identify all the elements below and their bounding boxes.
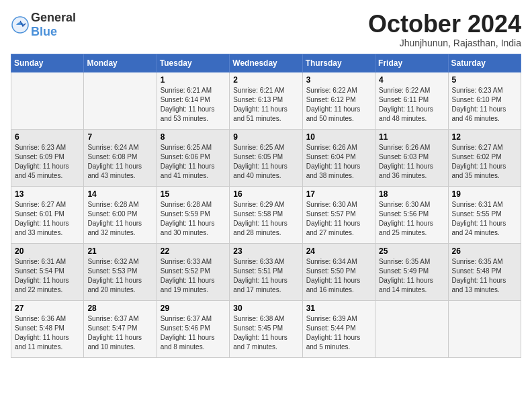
day-cell: 5Sunrise: 6:23 AM Sunset: 6:10 PM Daylig…: [448, 72, 521, 129]
day-cell: 28Sunrise: 6:37 AM Sunset: 5:47 PM Dayli…: [84, 300, 157, 357]
day-number: 13: [15, 189, 80, 199]
logo-text: General Blue: [31, 11, 76, 39]
day-number: 14: [87, 189, 152, 199]
day-number: 28: [87, 304, 152, 313]
day-number: 22: [161, 246, 226, 256]
day-number: 12: [452, 132, 517, 142]
day-info: Sunrise: 6:21 AM Sunset: 6:14 PM Dayligh…: [161, 86, 226, 124]
day-cell: 18Sunrise: 6:30 AM Sunset: 5:56 PM Dayli…: [375, 186, 448, 243]
day-cell: 9Sunrise: 6:25 AM Sunset: 6:05 PM Daylig…: [230, 129, 302, 186]
day-number: 5: [452, 75, 517, 85]
calendar-table: SundayMondayTuesdayWednesdayThursdayFrid…: [11, 54, 521, 358]
header-cell-tuesday: Tuesday: [157, 54, 229, 72]
day-number: 31: [306, 304, 371, 313]
day-info: Sunrise: 6:38 AM Sunset: 5:45 PM Dayligh…: [233, 314, 298, 352]
day-info: Sunrise: 6:22 AM Sunset: 6:12 PM Dayligh…: [306, 86, 371, 124]
day-info: Sunrise: 6:37 AM Sunset: 5:47 PM Dayligh…: [87, 314, 152, 352]
day-cell: 21Sunrise: 6:32 AM Sunset: 5:53 PM Dayli…: [84, 243, 157, 300]
day-cell: 24Sunrise: 6:34 AM Sunset: 5:50 PM Dayli…: [302, 243, 375, 300]
day-number: 25: [379, 246, 444, 256]
day-cell: 10Sunrise: 6:26 AM Sunset: 6:04 PM Dayli…: [302, 129, 375, 186]
logo-blue: Blue: [31, 25, 57, 38]
day-info: Sunrise: 6:26 AM Sunset: 6:04 PM Dayligh…: [306, 143, 371, 181]
day-info: Sunrise: 6:28 AM Sunset: 6:00 PM Dayligh…: [87, 200, 152, 238]
day-cell: 29Sunrise: 6:37 AM Sunset: 5:46 PM Dayli…: [157, 300, 229, 357]
calendar-header: SundayMondayTuesdayWednesdayThursdayFrid…: [11, 54, 521, 72]
day-info: Sunrise: 6:28 AM Sunset: 5:59 PM Dayligh…: [161, 200, 226, 238]
day-cell: 15Sunrise: 6:28 AM Sunset: 5:59 PM Dayli…: [157, 186, 229, 243]
day-info: Sunrise: 6:22 AM Sunset: 6:11 PM Dayligh…: [379, 86, 444, 124]
day-cell: 6Sunrise: 6:23 AM Sunset: 6:09 PM Daylig…: [11, 129, 84, 186]
day-number: 30: [233, 304, 298, 313]
day-cell: 27Sunrise: 6:36 AM Sunset: 5:48 PM Dayli…: [11, 300, 84, 357]
day-info: Sunrise: 6:33 AM Sunset: 5:52 PM Dayligh…: [161, 257, 226, 295]
day-cell: 16Sunrise: 6:29 AM Sunset: 5:58 PM Dayli…: [230, 186, 302, 243]
day-number: 6: [15, 132, 80, 142]
day-info: Sunrise: 6:35 AM Sunset: 5:48 PM Dayligh…: [452, 257, 517, 295]
week-row-3: 13Sunrise: 6:27 AM Sunset: 6:01 PM Dayli…: [11, 186, 521, 243]
day-cell: 4Sunrise: 6:22 AM Sunset: 6:11 PM Daylig…: [375, 72, 448, 129]
day-cell: 25Sunrise: 6:35 AM Sunset: 5:49 PM Dayli…: [375, 243, 448, 300]
day-cell: 17Sunrise: 6:30 AM Sunset: 5:57 PM Dayli…: [302, 186, 375, 243]
day-number: 4: [379, 75, 444, 85]
day-cell: 14Sunrise: 6:28 AM Sunset: 6:00 PM Dayli…: [84, 186, 157, 243]
day-cell: 8Sunrise: 6:25 AM Sunset: 6:06 PM Daylig…: [157, 129, 229, 186]
day-cell: 1Sunrise: 6:21 AM Sunset: 6:14 PM Daylig…: [157, 72, 229, 129]
day-number: 16: [233, 189, 298, 199]
day-number: 26: [452, 246, 517, 256]
header-cell-friday: Friday: [375, 54, 448, 72]
day-number: 10: [306, 132, 371, 142]
day-number: 17: [306, 189, 371, 199]
day-number: 23: [233, 246, 298, 256]
header-row: SundayMondayTuesdayWednesdayThursdayFrid…: [11, 54, 521, 72]
day-info: Sunrise: 6:30 AM Sunset: 5:56 PM Dayligh…: [379, 200, 444, 238]
day-info: Sunrise: 6:31 AM Sunset: 5:54 PM Dayligh…: [15, 257, 80, 295]
location-subtitle: Jhunjhunun, Rajasthan, India: [368, 38, 521, 48]
month-title: October 2024: [368, 11, 521, 38]
day-cell: 12Sunrise: 6:27 AM Sunset: 6:02 PM Dayli…: [448, 129, 521, 186]
day-cell: 22Sunrise: 6:33 AM Sunset: 5:52 PM Dayli…: [157, 243, 229, 300]
day-cell: [375, 300, 448, 357]
day-number: 9: [233, 132, 298, 142]
day-number: 1: [161, 75, 226, 85]
day-cell: [11, 72, 84, 129]
day-cell: [84, 72, 157, 129]
day-number: 8: [161, 132, 226, 142]
day-number: 29: [161, 304, 226, 313]
day-cell: [448, 300, 521, 357]
day-info: Sunrise: 6:32 AM Sunset: 5:53 PM Dayligh…: [87, 257, 152, 295]
day-cell: 20Sunrise: 6:31 AM Sunset: 5:54 PM Dayli…: [11, 243, 84, 300]
day-info: Sunrise: 6:27 AM Sunset: 6:01 PM Dayligh…: [15, 200, 80, 238]
day-cell: 31Sunrise: 6:39 AM Sunset: 5:44 PM Dayli…: [302, 300, 375, 357]
day-cell: 3Sunrise: 6:22 AM Sunset: 6:12 PM Daylig…: [302, 72, 375, 129]
week-row-1: 1Sunrise: 6:21 AM Sunset: 6:14 PM Daylig…: [11, 72, 521, 129]
header-cell-monday: Monday: [84, 54, 157, 72]
day-info: Sunrise: 6:26 AM Sunset: 6:03 PM Dayligh…: [379, 143, 444, 181]
header-cell-sunday: Sunday: [11, 54, 84, 72]
day-info: Sunrise: 6:35 AM Sunset: 5:49 PM Dayligh…: [379, 257, 444, 295]
day-number: 19: [452, 189, 517, 199]
day-info: Sunrise: 6:21 AM Sunset: 6:13 PM Dayligh…: [233, 86, 298, 124]
day-info: Sunrise: 6:24 AM Sunset: 6:08 PM Dayligh…: [87, 143, 152, 181]
header-cell-wednesday: Wednesday: [230, 54, 302, 72]
day-number: 11: [379, 132, 444, 142]
day-number: 7: [87, 132, 152, 142]
day-cell: 30Sunrise: 6:38 AM Sunset: 5:45 PM Dayli…: [230, 300, 302, 357]
day-info: Sunrise: 6:30 AM Sunset: 5:57 PM Dayligh…: [306, 200, 371, 238]
day-info: Sunrise: 6:31 AM Sunset: 5:55 PM Dayligh…: [452, 200, 517, 238]
day-number: 18: [379, 189, 444, 199]
day-number: 3: [306, 75, 371, 85]
day-info: Sunrise: 6:37 AM Sunset: 5:46 PM Dayligh…: [161, 314, 226, 352]
week-row-4: 20Sunrise: 6:31 AM Sunset: 5:54 PM Dayli…: [11, 243, 521, 300]
day-info: Sunrise: 6:29 AM Sunset: 5:58 PM Dayligh…: [233, 200, 298, 238]
day-cell: 7Sunrise: 6:24 AM Sunset: 6:08 PM Daylig…: [84, 129, 157, 186]
week-row-5: 27Sunrise: 6:36 AM Sunset: 5:48 PM Dayli…: [11, 300, 521, 357]
day-info: Sunrise: 6:23 AM Sunset: 6:10 PM Dayligh…: [452, 86, 517, 124]
day-number: 24: [306, 246, 371, 256]
logo-icon: [11, 15, 30, 34]
day-cell: 23Sunrise: 6:33 AM Sunset: 5:51 PM Dayli…: [230, 243, 302, 300]
calendar-body: 1Sunrise: 6:21 AM Sunset: 6:14 PM Daylig…: [11, 72, 521, 357]
day-number: 27: [15, 304, 80, 313]
day-number: 2: [233, 75, 298, 85]
day-cell: 13Sunrise: 6:27 AM Sunset: 6:01 PM Dayli…: [11, 186, 84, 243]
